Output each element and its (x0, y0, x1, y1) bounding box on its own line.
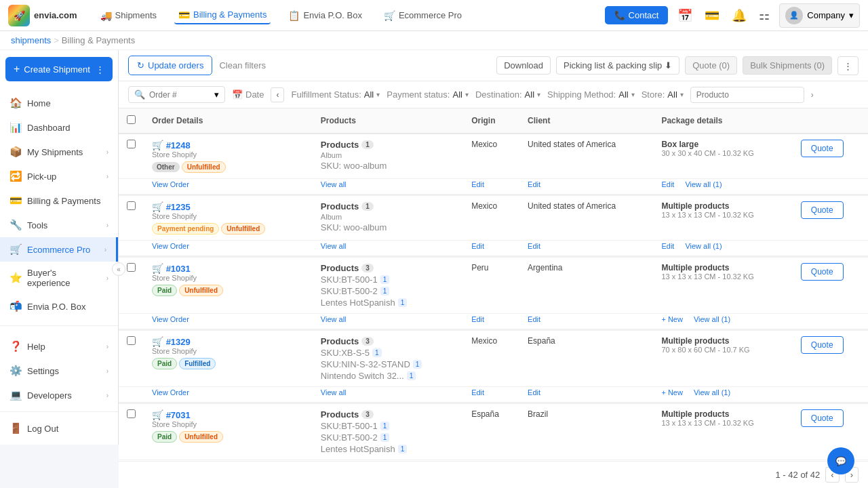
shipping-val: All (618, 89, 628, 100)
shipping-filter[interactable]: Shipping Method: All ▾ (547, 89, 635, 100)
search-dropdown-icon[interactable]: ▾ (214, 89, 219, 100)
edit-origin-link-1031[interactable]: Edit (471, 315, 484, 323)
sidebar-item-tools[interactable]: 🔧 Tools › (0, 213, 118, 237)
edit-pkg-link-1235[interactable]: Edit (661, 242, 674, 250)
view-all-products-link-1329[interactable]: View all (321, 388, 347, 396)
sidebar-item-developers[interactable]: 💻 Developers › (0, 383, 118, 407)
order-num-1031[interactable]: #1031 (166, 264, 191, 274)
view-all-pkg-link-1031[interactable]: View all (1) (694, 315, 730, 323)
nav-billing[interactable]: 💳 Billing & Payments (174, 7, 271, 24)
destination-filter[interactable]: Destination: All ▾ (475, 89, 540, 100)
card-icon-btn[interactable]: 💳 (702, 5, 722, 26)
contact-button[interactable]: 📞 Contact (605, 6, 669, 24)
edit-client-link-1248[interactable]: Edit (528, 180, 540, 188)
row-checkbox-7031[interactable] (127, 409, 136, 418)
sidebar-item-home[interactable]: 🏠 Home (0, 91, 118, 115)
product-search-input[interactable] (690, 87, 804, 103)
payment-arrow-icon: ▾ (465, 91, 469, 98)
new-link-1329[interactable]: + New (661, 388, 683, 396)
quote-bar-button[interactable]: Quote (0) (685, 56, 737, 75)
quote-button-7031[interactable]: Quote (801, 409, 844, 427)
logo[interactable]: 🚀 envia.com (8, 5, 77, 26)
view-all-products-link-1235[interactable]: View all (321, 242, 347, 250)
create-shipment-button[interactable]: + Create Shipment ⋮ (5, 57, 113, 81)
calendar-icon-btn[interactable]: 📅 (675, 5, 695, 26)
nav-ecommerce[interactable]: 🛒 Ecommerce Pro (380, 7, 466, 24)
chat-bubble-button[interactable]: 💬 (827, 447, 854, 474)
search-input[interactable] (149, 90, 210, 100)
order-details-cell: 🛒 #1329 Store Shopify PaidFulfilled (144, 331, 313, 387)
clean-filters-button[interactable]: Clean filters (219, 60, 266, 70)
new-link-1031[interactable]: + New (661, 315, 683, 323)
sidebar-item-my-shipments[interactable]: 📦 My Shipments › (0, 140, 118, 164)
update-orders-button[interactable]: ↻ Update orders (128, 56, 212, 75)
more-options-button[interactable]: ⋮ (837, 56, 859, 75)
edit-origin-link-1248[interactable]: Edit (471, 180, 484, 188)
store-filter[interactable]: Store: All ▾ (642, 89, 684, 100)
row-checkbox-1235[interactable] (127, 201, 136, 210)
sidebar-item-billing[interactable]: 💳 Billing & Payments (0, 188, 118, 213)
view-order-link-1235[interactable]: View Order (152, 242, 189, 250)
sidebar-collapse-button[interactable]: « (112, 262, 125, 276)
view-all-pkg-link-1248[interactable]: View all (1) (685, 180, 722, 188)
row-checkbox-1031[interactable] (127, 263, 136, 272)
picking-list-label: Picking list & packing slip (564, 60, 662, 70)
bulk-shipments-button[interactable]: Bulk Shipments (0) (743, 56, 832, 75)
edit-client-link-1031[interactable]: Edit (528, 315, 540, 323)
picking-list-button[interactable]: Picking list & packing slip ⬇ (556, 56, 679, 75)
view-all-pkg-link-1235[interactable]: View all (1) (685, 242, 722, 250)
quote-button-1235[interactable]: Quote (801, 201, 844, 219)
bell-icon-btn[interactable]: 🔔 (729, 5, 749, 26)
date-filter[interactable]: 📅 Date (232, 89, 264, 100)
company-avatar: 👤 (785, 7, 803, 24)
prev-page-button[interactable]: ‹ (271, 87, 284, 102)
products-cell-1235: Products 1 AlbumSKU: woo-album (313, 196, 463, 241)
row-checkbox-1248[interactable] (127, 140, 136, 148)
sidebar-item-buyers-experience[interactable]: ⭐ Buyer's experience › (0, 262, 118, 294)
view-all-products-link-1031[interactable]: View all (321, 315, 347, 323)
sku-line: SKU:XB-S-51 (321, 348, 455, 358)
nav-shipments[interactable]: 🚚 Shipments (96, 7, 161, 24)
order-num-1329[interactable]: #1329 (166, 337, 191, 347)
order-num-1248[interactable]: #1248 (166, 140, 191, 150)
quote-button-1248[interactable]: Quote (801, 140, 844, 157)
company-button[interactable]: 👤 Company ▾ (779, 3, 860, 28)
search-box[interactable]: 🔍 ▾ (128, 86, 225, 103)
view-order-link-1031[interactable]: View Order (152, 315, 189, 323)
sidebar-item-logout[interactable]: 🚪 Log Out (0, 416, 118, 441)
download-button[interactable]: Download (496, 56, 551, 75)
quote-button-1329[interactable]: Quote (801, 336, 844, 354)
view-all-pkg-link-1329[interactable]: View all (1) (694, 388, 730, 396)
edit-client-link-1329[interactable]: Edit (528, 388, 540, 396)
edit-pkg-link-1248[interactable]: Edit (661, 180, 674, 188)
edit-origin-link-1329[interactable]: Edit (471, 388, 484, 396)
edit-client-link-1235[interactable]: Edit (528, 242, 540, 250)
sidebar-item-ecommerce-pro[interactable]: 🛒 Ecommerce Pro › (0, 237, 118, 262)
quote-button-1031[interactable]: Quote (801, 263, 844, 281)
sidebar-item-envia-po-box[interactable]: 📬 Envia P.O. Box (0, 294, 118, 319)
row-checkbox-1329[interactable] (127, 336, 136, 345)
view-order-link-1329[interactable]: View Order (152, 388, 189, 396)
sku-text: Lentes HotSpanish (321, 444, 395, 454)
sku-text: SKU: woo-album (321, 161, 387, 171)
nav-po-box[interactable]: 📋 Envia P.O. Box (284, 7, 366, 24)
sidebar-item-help[interactable]: ❓ Help › (0, 334, 118, 359)
next-filter-button[interactable]: › (811, 90, 814, 100)
select-all-checkbox[interactable] (127, 115, 136, 124)
order-num-7031[interactable]: #7031 (166, 410, 191, 420)
products-label-1031: Products 3 (321, 263, 455, 273)
view-all-products-link-1248[interactable]: View all (321, 180, 347, 188)
sidebar-item-pick-up[interactable]: 🔁 Pick-up › (0, 164, 118, 188)
store-label-1248: Store Shopify (152, 150, 304, 159)
payment-filter[interactable]: Payment status: All ▾ (387, 89, 469, 100)
grid-icon-btn[interactable]: ⚏ (756, 5, 772, 26)
edit-origin-link-1235[interactable]: Edit (471, 242, 484, 250)
create-btn-more-icon: ⋮ (96, 64, 104, 75)
sidebar-item-dashboard[interactable]: 📊 Dashboard (0, 115, 118, 140)
sidebar-item-settings[interactable]: ⚙️ Settings › (0, 359, 118, 383)
tag-unfulfilled: Unfulfilled (179, 285, 223, 296)
fulfillment-filter[interactable]: Fulfillment Status: All ▾ (291, 89, 380, 100)
view-order-link-1248[interactable]: View Order (152, 180, 189, 188)
order-num-1235[interactable]: #1235 (166, 202, 191, 212)
breadcrumb-shipments[interactable]: shipments (11, 35, 51, 45)
